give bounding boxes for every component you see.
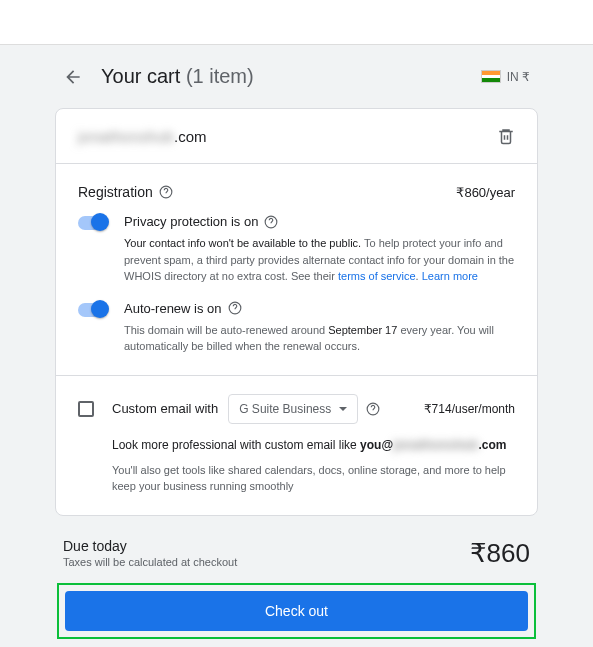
autorenew-row: Auto-renew is on This domain will be aut…	[78, 301, 515, 355]
due-tax-note: Taxes will be calculated at checkout	[63, 556, 237, 568]
cart-card: jonathonshub.com Registration ₹860/year …	[55, 108, 538, 516]
domain-row: jonathonshub.com	[56, 109, 537, 164]
registration-price: ₹860/year	[456, 185, 515, 200]
email-label: Custom email with	[112, 401, 218, 416]
page-title: Your cart (1 item)	[101, 65, 254, 88]
privacy-row: Privacy protection is on Your contact in…	[78, 214, 515, 285]
page-header: Your cart (1 item) IN ₹	[55, 65, 538, 88]
due-label: Due today	[63, 538, 237, 554]
help-icon[interactable]	[264, 215, 278, 229]
learn-more-link[interactable]: Learn more	[422, 270, 478, 282]
select-value: G Suite Business	[239, 402, 331, 416]
due-amount: ₹860	[470, 538, 530, 569]
email-checkbox[interactable]	[78, 401, 94, 417]
locale-label: IN ₹	[507, 70, 530, 84]
gsuite-select[interactable]: G Suite Business	[228, 394, 358, 424]
registration-title: Registration	[78, 184, 153, 200]
domain-name: jonathonshub.com	[78, 128, 207, 145]
domain-redacted: jonathonshub	[78, 128, 174, 145]
autorenew-label: Auto-renew is on	[124, 301, 222, 316]
help-icon[interactable]	[366, 402, 380, 416]
privacy-toggle[interactable]	[78, 216, 108, 230]
help-icon[interactable]	[159, 185, 173, 199]
due-summary: Due today Taxes will be calculated at ch…	[55, 516, 538, 583]
domain-tld: .com	[174, 128, 207, 145]
legal-text: By clicking "Check out" you confirm that…	[55, 639, 538, 648]
email-price: ₹714/user/month	[424, 402, 515, 416]
privacy-label: Privacy protection is on	[124, 214, 258, 229]
locale-selector[interactable]: IN ₹	[481, 70, 530, 84]
email-row: Custom email with G Suite Business ₹714/…	[56, 376, 537, 430]
autorenew-desc: This domain will be auto-renewed around …	[124, 322, 515, 355]
terms-link[interactable]: terms of service	[338, 270, 416, 282]
title-text: Your cart	[101, 65, 180, 87]
autorenew-toggle[interactable]	[78, 303, 108, 317]
help-icon[interactable]	[228, 301, 242, 315]
checkout-highlight: Check out	[57, 583, 536, 639]
registration-section: Registration ₹860/year Privacy protectio…	[56, 164, 537, 375]
privacy-desc: Your contact info won't be available to …	[124, 235, 515, 285]
back-arrow-icon[interactable]	[63, 67, 83, 87]
checkout-button[interactable]: Check out	[65, 591, 528, 631]
email-example: Look more professional with custom email…	[112, 438, 515, 452]
email-small-desc: You'll also get tools like shared calend…	[112, 462, 515, 495]
flag-icon	[481, 70, 501, 83]
caret-down-icon	[339, 407, 347, 411]
title-count: (1 item)	[186, 65, 254, 87]
delete-icon[interactable]	[497, 127, 515, 145]
